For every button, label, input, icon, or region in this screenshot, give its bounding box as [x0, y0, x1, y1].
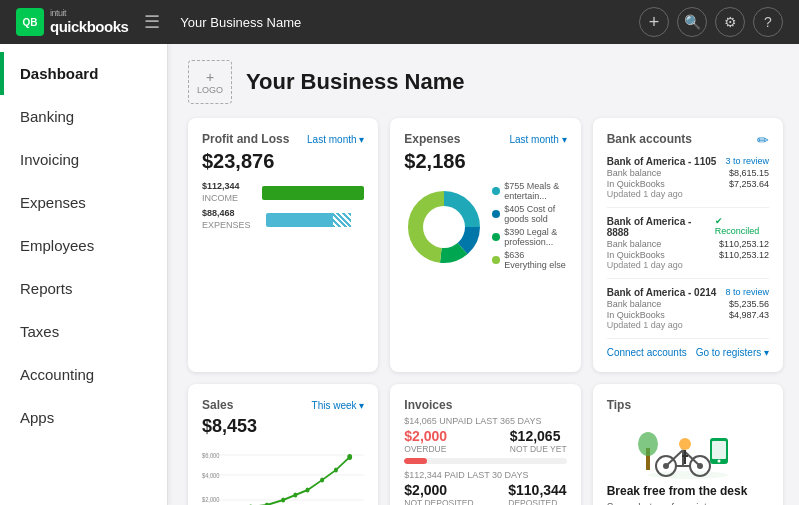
sales-chart: $6,000 $4,000 $2,000: [202, 445, 364, 505]
dashboard-cards: Profit and Loss Last month ▾ $23,876 $11…: [188, 118, 783, 505]
tips-headline: Break free from the desk: [607, 484, 769, 498]
invoices-not-due-amount: $12,065: [510, 428, 567, 444]
dashboard-content: + LOGO Your Business Name Profit and Los…: [168, 44, 799, 505]
sales-title: Sales: [202, 398, 233, 412]
topnav-business-name: Your Business Name: [180, 15, 301, 30]
expenses-legend: $755 Meals & entertain... $405 Cost of g…: [492, 181, 566, 273]
sidebar-item-invoicing[interactable]: Invoicing: [0, 138, 167, 181]
pnl-amount: $23,876: [202, 150, 364, 173]
help-button[interactable]: ?: [753, 7, 783, 37]
pnl-title: Profit and Loss: [202, 132, 289, 146]
go-to-registers-link[interactable]: Go to registers ▾: [696, 347, 769, 358]
sidebar-item-apps[interactable]: Apps: [0, 396, 167, 439]
svg-point-16: [293, 493, 297, 498]
sales-period[interactable]: This week ▾: [312, 400, 365, 411]
sidebar-item-expenses[interactable]: Expenses: [0, 181, 167, 224]
sidebar-item-accounting[interactable]: Accounting: [0, 353, 167, 396]
svg-point-32: [679, 438, 691, 450]
bank-qb-val-1105: $7,253.64: [729, 179, 769, 189]
invoices-unpaid-section: $14,065 UNPAID LAST 365 DAYS $2,000 OVER…: [404, 416, 566, 464]
invoices-card: Invoices $14,065 UNPAID LAST 365 DAYS $2…: [390, 384, 580, 505]
invoices-progress-fill: [404, 458, 427, 464]
menu-icon[interactable]: ☰: [144, 11, 160, 33]
sidebar-item-dashboard[interactable]: Dashboard: [0, 52, 167, 95]
bank-qb-1105: In QuickBooks $7,253.64: [607, 179, 769, 189]
legend-dot-meals: [492, 187, 500, 195]
legend-label-cogs: $405 Cost of goods sold: [504, 204, 566, 224]
bank-name-8888: Bank of America - 8888: [607, 216, 715, 238]
bank-qb-label-0214: In QuickBooks: [607, 310, 665, 320]
business-name: Your Business Name: [246, 69, 464, 95]
sales-amount: $8,453: [202, 416, 364, 437]
invoices-not-deposited-amount: $2,000: [404, 482, 473, 498]
svg-rect-36: [712, 441, 726, 459]
bank-card-header: Bank accounts ✏: [607, 132, 769, 148]
sidebar: Dashboard Banking Invoicing Expenses Emp…: [0, 44, 168, 505]
top-navigation: QB intuit quickbooks ☰ Your Business Nam…: [0, 0, 799, 44]
tips-description: Snap photos of receipts, manage invoices…: [607, 501, 769, 505]
pnl-expenses-label: $88,468EXPENSES: [202, 208, 260, 231]
pnl-bars: $112,344INCOME $88,468EXPENSES: [202, 181, 364, 232]
invoices-unpaid-label: $14,065 UNPAID LAST 365 DAYS: [404, 416, 566, 426]
sidebar-item-taxes[interactable]: Taxes: [0, 310, 167, 353]
bank-edit-icon[interactable]: ✏: [757, 132, 769, 148]
legend-dot-other: [492, 256, 500, 264]
legend-item-other: $636 Everything else: [492, 250, 566, 270]
bank-qb-0214: In QuickBooks $4,987.43: [607, 310, 769, 320]
bank-balance-8888: Bank balance $110,253.12: [607, 239, 769, 249]
add-logo-icon: +: [206, 69, 214, 85]
legend-item-cogs: $405 Cost of goods sold: [492, 204, 566, 224]
pnl-income-label: $112,344INCOME: [202, 181, 256, 204]
bank-account-1105-header: Bank of America - 1105 3 to review: [607, 156, 769, 167]
svg-text:$2,000: $2,000: [202, 495, 220, 503]
settings-button[interactable]: ⚙: [715, 7, 745, 37]
tips-header: Tips: [607, 398, 769, 412]
bank-card: Bank accounts ✏ Bank of America - 1105 3…: [593, 118, 783, 372]
quickbooks-logo: QB intuit quickbooks: [16, 8, 128, 36]
bank-bal-label-0214: Bank balance: [607, 299, 662, 309]
expenses-card: Expenses Last month ▾ $2,186: [390, 118, 580, 372]
pnl-expenses-bar: [266, 213, 351, 227]
bank-status-8888: ✔ Reconciled: [715, 216, 769, 236]
invoices-paid-label: $112,344 PAID LAST 30 DAYS: [404, 470, 566, 480]
bank-account-8888: Bank of America - 8888 ✔ Reconciled Bank…: [607, 216, 769, 279]
business-header: + LOGO Your Business Name: [188, 60, 783, 104]
sales-card: Sales This week ▾ $8,453 $6,000 $4,000 $…: [188, 384, 378, 505]
connect-accounts-link[interactable]: Connect accounts: [607, 347, 687, 358]
invoices-deposited: $110,344 DEPOSITED: [508, 482, 566, 505]
svg-point-20: [347, 454, 352, 460]
svg-point-19: [334, 468, 338, 473]
legend-dot-cogs: [492, 210, 500, 218]
main-layout: Dashboard Banking Invoicing Expenses Emp…: [0, 44, 799, 505]
expenses-period[interactable]: Last month ▾: [509, 134, 566, 145]
bank-account-1105: Bank of America - 1105 3 to review Bank …: [607, 156, 769, 208]
tips-illustration: [638, 420, 738, 480]
bank-bal-val-0214: $5,235.56: [729, 299, 769, 309]
sidebar-item-reports[interactable]: Reports: [0, 267, 167, 310]
sidebar-item-banking[interactable]: Banking: [0, 95, 167, 138]
add-button[interactable]: +: [639, 7, 669, 37]
qb-logo-text: intuit quickbooks: [50, 9, 128, 35]
sales-header: Sales This week ▾: [202, 398, 364, 412]
expenses-title: Expenses: [404, 132, 460, 146]
bank-updated-1105: Updated 1 day ago: [607, 189, 769, 199]
tips-visual: [607, 420, 769, 480]
legend-label-legal: $390 Legal & profession...: [504, 227, 566, 247]
bank-balance-1105: Bank balance $8,615.15: [607, 168, 769, 178]
pnl-period[interactable]: Last month ▾: [307, 134, 364, 145]
legend-item-legal: $390 Legal & profession...: [492, 227, 566, 247]
bank-status-0214[interactable]: 8 to review: [725, 287, 769, 297]
invoices-progress-bar: [404, 458, 566, 464]
bank-updated-0214: Updated 1 day ago: [607, 320, 769, 330]
bank-name-0214: Bank of America - 0214: [607, 287, 717, 298]
search-button[interactable]: 🔍: [677, 7, 707, 37]
svg-point-37: [717, 460, 720, 463]
business-logo[interactable]: + LOGO: [188, 60, 232, 104]
pnl-income-bar: [262, 186, 364, 200]
bank-qb-8888: In QuickBooks $110,253.12: [607, 250, 769, 260]
svg-line-28: [666, 450, 683, 466]
sidebar-item-employees[interactable]: Employees: [0, 224, 167, 267]
bank-status-1105[interactable]: 3 to review: [725, 156, 769, 166]
invoices-title: Invoices: [404, 398, 452, 412]
legend-label-other: $636 Everything else: [504, 250, 566, 270]
